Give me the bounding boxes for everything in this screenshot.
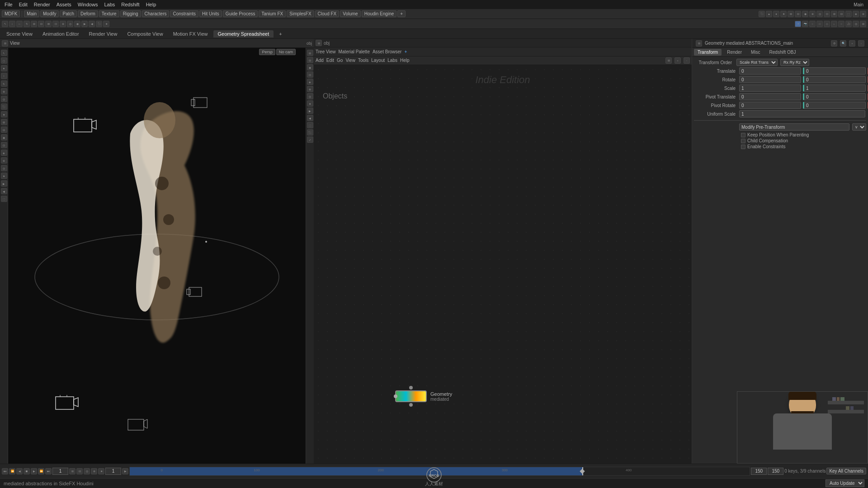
pivot-rotate-y[interactable] bbox=[803, 102, 866, 109]
toolbar-mdfk[interactable]: MDFK bbox=[2, 10, 20, 17]
node-port-top[interactable] bbox=[409, 386, 413, 389]
caustic-btn[interactable]: ◇ bbox=[824, 21, 830, 27]
tool-12[interactable]: ▶ bbox=[81, 21, 88, 27]
toolbar-icon-9[interactable]: ◎ bbox=[816, 11, 823, 17]
vp-icon-6[interactable]: ⊕ bbox=[1, 88, 7, 94]
vp-right-icon-7[interactable]: ◎ bbox=[307, 93, 313, 99]
vp-icon-11[interactable]: ⊟ bbox=[1, 127, 7, 133]
node-menu-tools[interactable]: Tools bbox=[358, 58, 368, 63]
node-editor-zoom-fit[interactable]: ⊞ bbox=[665, 57, 672, 64]
vcamera-btn[interactable]: 🎥 bbox=[845, 21, 852, 27]
toolbar-icon-15[interactable]: ⊕ bbox=[860, 11, 866, 17]
tool-13[interactable]: ◀ bbox=[89, 21, 95, 27]
node-port-bottom[interactable] bbox=[409, 403, 413, 407]
menu-assets[interactable]: Assets bbox=[54, 1, 74, 8]
toolbar-taniumfx[interactable]: Guide Process bbox=[223, 10, 258, 17]
tool-5[interactable]: ⊞ bbox=[31, 21, 37, 27]
vp-right-icon-12[interactable]: ⬛ bbox=[307, 129, 313, 136]
toolbar-icon-3[interactable]: ● bbox=[773, 11, 779, 17]
timeline-end-frame-2[interactable] bbox=[768, 468, 783, 475]
toolbar-simplesfx[interactable]: Tanium FX bbox=[259, 10, 286, 17]
menu-help[interactable]: Help bbox=[143, 1, 159, 8]
scale-y[interactable] bbox=[803, 84, 866, 92]
menu-redshift[interactable]: Redshift bbox=[118, 1, 142, 8]
tool-9[interactable]: ⊕ bbox=[60, 21, 66, 27]
scale-x[interactable] bbox=[739, 84, 801, 92]
timeline-frame-display[interactable] bbox=[105, 468, 121, 475]
toolbar-icon-13[interactable]: ⬚ bbox=[845, 11, 852, 17]
toolbar-icon-7[interactable]: ◉ bbox=[802, 11, 808, 17]
prop-tab-misc[interactable]: Misc bbox=[747, 49, 764, 56]
cb-child-compensation[interactable] bbox=[741, 139, 745, 143]
toolbar-modify[interactable]: Main bbox=[24, 10, 39, 17]
tool-11[interactable]: ◉ bbox=[74, 21, 80, 27]
cb-enable-constraints[interactable] bbox=[741, 145, 745, 149]
rotate-y[interactable] bbox=[803, 76, 866, 83]
menu-render[interactable]: Render bbox=[31, 1, 53, 8]
tool-select[interactable]: ↖ bbox=[2, 21, 8, 27]
timeline-step-fwd[interactable]: ⏩ bbox=[38, 468, 44, 474]
vp-right-icon-8[interactable]: ★ bbox=[307, 100, 313, 107]
tab-scene-view[interactable]: Scene View bbox=[2, 30, 37, 38]
tool-2[interactable]: ↕ bbox=[9, 21, 15, 27]
vp-icon-7[interactable]: ◎ bbox=[1, 96, 7, 102]
camera-btn[interactable]: 📷 bbox=[802, 21, 808, 27]
tab-composite-view[interactable]: Composite View bbox=[123, 30, 167, 38]
translate-y[interactable] bbox=[803, 67, 866, 75]
toolbar-constraints[interactable]: Characters bbox=[142, 10, 170, 17]
node-chip[interactable] bbox=[395, 390, 427, 402]
prop-tab-render[interactable]: Render bbox=[723, 49, 745, 56]
tool-14[interactable]: ⬛ bbox=[96, 21, 102, 27]
timeline-current-frame[interactable] bbox=[52, 468, 68, 475]
toolbar-icon-11[interactable]: ⊞ bbox=[831, 11, 837, 17]
node-menu-view[interactable]: View bbox=[345, 58, 355, 63]
pre-transform-input[interactable] bbox=[739, 123, 849, 131]
toolbar-icon-1[interactable]: ⬛ bbox=[759, 11, 765, 17]
properties-zoom-in[interactable]: + bbox=[849, 40, 855, 47]
toolbar-icon-2[interactable]: ▲ bbox=[766, 11, 772, 17]
toolbar-icon-5[interactable]: ⊞ bbox=[788, 11, 794, 17]
vp-right-icon-11[interactable]: ⬚ bbox=[307, 122, 313, 128]
tab-add[interactable]: + bbox=[274, 30, 286, 38]
timeline-icon-2[interactable]: ⊟ bbox=[76, 468, 83, 474]
toolbar-icon-8[interactable]: ⊕ bbox=[809, 11, 816, 17]
pre-transform-dropdown[interactable]: v bbox=[852, 123, 866, 131]
timeline-step-back[interactable]: ⏪ bbox=[9, 468, 15, 474]
timeline-fwd-btn[interactable]: ▶ bbox=[122, 468, 128, 474]
timeline-end-frame-1[interactable] bbox=[751, 468, 767, 475]
node-menu-edit[interactable]: Edit bbox=[326, 58, 334, 63]
toolbar-volume[interactable]: Cloud FX bbox=[315, 10, 340, 17]
toolbar-plus[interactable]: + bbox=[397, 10, 406, 17]
lights-btn[interactable]: ☀ bbox=[795, 21, 801, 27]
tab-animation-editor[interactable]: Animation Editor bbox=[38, 30, 84, 38]
viewport-persp-btn[interactable]: Persp bbox=[259, 49, 275, 55]
menu-labs[interactable]: Labs bbox=[101, 1, 118, 8]
menu-windows[interactable]: Windows bbox=[75, 1, 101, 8]
menu-file[interactable]: File bbox=[2, 1, 15, 8]
vp-icon-9[interactable]: ★ bbox=[1, 111, 7, 117]
vp-right-icon-4[interactable]: ⊡ bbox=[307, 71, 313, 78]
menu-edit[interactable]: Edit bbox=[16, 1, 30, 8]
timeline-skip-start[interactable]: ⏮ bbox=[2, 468, 8, 474]
key-all-channels-btn[interactable]: Key All Channels bbox=[826, 468, 866, 474]
timeline-play[interactable]: ▶ bbox=[31, 468, 37, 474]
vp-icon-16[interactable]: ◎ bbox=[1, 165, 7, 171]
vp-icon-8[interactable]: ⬛ bbox=[1, 103, 7, 110]
toolbar-rigging[interactable]: Texture bbox=[99, 10, 119, 17]
vp-right-icon-expand[interactable]: ⤢ bbox=[307, 136, 313, 143]
portal-btn[interactable]: ⬦ bbox=[831, 21, 837, 27]
vp-icon-19[interactable]: ◀ bbox=[1, 188, 7, 194]
properties-search[interactable]: 🔍 bbox=[840, 40, 846, 47]
timeline-icon-3[interactable]: ◎ bbox=[84, 468, 90, 474]
timeline-stop[interactable]: ⏹ bbox=[24, 468, 30, 474]
toolbar-cloudfx[interactable]: SimplesFX bbox=[287, 10, 314, 17]
area-light-btn[interactable]: □ bbox=[816, 21, 823, 27]
tab-geometry-spreadsheet[interactable]: Geometry Spreadsheet bbox=[213, 30, 274, 38]
switcher-btn[interactable]: ⊞ bbox=[860, 21, 866, 27]
toolbar-icon-4[interactable]: ★ bbox=[780, 11, 787, 17]
tool-4[interactable]: ↻ bbox=[24, 21, 30, 27]
timeline-icon-1[interactable]: ⊞ bbox=[69, 468, 75, 474]
node-editor-zoom-in[interactable]: + bbox=[675, 57, 681, 64]
properties-zoom-out[interactable]: - bbox=[858, 40, 864, 47]
vp-icon-10[interactable]: ⊞ bbox=[1, 119, 7, 125]
